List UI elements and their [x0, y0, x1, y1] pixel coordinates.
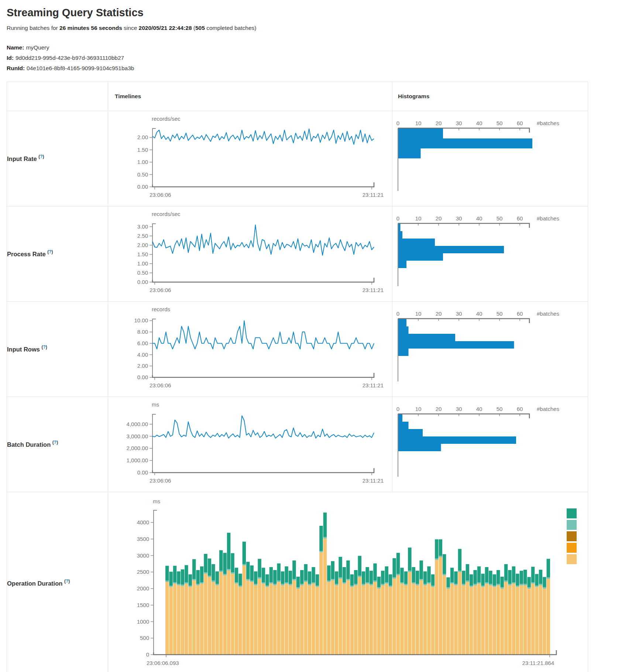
timelines-header: Timelines: [108, 82, 392, 111]
svg-text:50: 50: [497, 406, 503, 412]
input-rows-label-cell: Input Rows (?): [7, 301, 108, 397]
svg-text:30: 30: [456, 311, 462, 317]
legend-swatch: [567, 554, 577, 564]
svg-text:10: 10: [415, 215, 422, 222]
running-duration: 26 minutes 56 seconds: [59, 25, 122, 31]
table-header-row: Timelines Histograms: [7, 82, 588, 111]
svg-text:0.00: 0.00: [137, 469, 148, 476]
svg-text:500: 500: [140, 635, 149, 641]
operation-duration-row: Operation Duration (?) ms050010001500200…: [7, 492, 588, 672]
query-name-row: Name:myQuery: [7, 42, 618, 53]
input-rate-histogram-chart[interactable]: 0102030405060#batches: [392, 111, 588, 206]
svg-text:2.50: 2.50: [137, 233, 148, 239]
svg-text:10.00: 10.00: [134, 317, 148, 323]
svg-text:8.00: 8.00: [137, 329, 148, 335]
query-runid-row: RunId:04e101e6-8bf8-4165-9099-9104c951ba…: [7, 63, 618, 73]
legend-swatch: [567, 520, 577, 530]
svg-text:ms: ms: [153, 498, 160, 504]
operation-duration-label-cell: Operation Duration (?): [7, 492, 108, 672]
svg-text:20: 20: [436, 120, 442, 126]
histograms-header: Histograms: [392, 82, 588, 111]
operation-duration-help-icon[interactable]: (?): [64, 579, 70, 584]
batch-duration-label: Batch Duration: [7, 441, 51, 448]
svg-text:0: 0: [396, 120, 399, 126]
input-rate-label: Input Rate: [7, 155, 37, 162]
batch-duration-histogram-chart[interactable]: 0102030405060#batches: [392, 397, 588, 492]
legend-swatch: [567, 543, 577, 553]
svg-text:23:11:21: 23:11:21: [363, 477, 384, 484]
input-rows-row: Input Rows (?) records0.002.004.006.008.…: [7, 301, 588, 397]
start-timestamp: 2020/05/21 22:44:28: [139, 25, 192, 31]
statistics-table: Timelines Histograms Input Rate (?) reco…: [7, 82, 588, 672]
svg-text:40: 40: [476, 311, 483, 317]
svg-text:40: 40: [476, 120, 483, 126]
svg-text:0.50: 0.50: [137, 270, 148, 276]
svg-text:4000: 4000: [137, 519, 149, 525]
input-rows-help-icon[interactable]: (?): [42, 344, 47, 350]
svg-text:2.00: 2.00: [137, 134, 148, 140]
svg-text:1500: 1500: [137, 601, 149, 608]
summary-suffix: completed batches): [205, 25, 257, 31]
svg-text:23:06:06: 23:06:06: [150, 287, 171, 293]
svg-text:23:11:21: 23:11:21: [363, 192, 384, 198]
input-rate-timeline-chart[interactable]: records/sec0.000.501.001.502.0023:06:062…: [108, 111, 392, 206]
svg-text:0.00: 0.00: [137, 374, 148, 380]
query-name: myQuery: [26, 44, 49, 51]
batch-duration-help-icon[interactable]: (?): [52, 440, 58, 445]
svg-text:records: records: [152, 306, 170, 312]
svg-text:3,000.00: 3,000.00: [127, 433, 148, 439]
empty-header-cell: [7, 82, 108, 111]
process-rate-timeline-chart[interactable]: records/sec0.000.501.001.502.002.503.002…: [108, 206, 392, 301]
svg-text:0.00: 0.00: [137, 184, 148, 190]
svg-text:50: 50: [497, 311, 503, 317]
runid-label: RunId:: [7, 65, 25, 71]
svg-text:2.00: 2.00: [137, 242, 148, 248]
process-rate-label: Process Rate: [7, 251, 46, 257]
summary-mid: since: [122, 25, 139, 31]
svg-text:3.00: 3.00: [137, 223, 148, 230]
batch-duration-timeline-chart[interactable]: ms0.001,000.002,000.003,000.004,000.0023…: [108, 397, 392, 492]
svg-text:23:11:21.864: 23:11:21.864: [522, 660, 554, 666]
streaming-query-statistics-page: Streaming Query Statistics Running batch…: [0, 0, 625, 672]
svg-text:10: 10: [415, 311, 422, 317]
svg-text:23:06:06: 23:06:06: [150, 382, 171, 388]
legend-swatch: [567, 508, 577, 518]
batch-duration-row: Batch Duration (?) ms0.001,000.002,000.0…: [7, 397, 588, 492]
svg-text:2000: 2000: [137, 585, 149, 592]
svg-text:#batches: #batches: [537, 406, 559, 412]
svg-text:10: 10: [415, 120, 422, 126]
svg-text:4,000.00: 4,000.00: [127, 421, 148, 427]
svg-text:23:11:21: 23:11:21: [363, 382, 384, 388]
svg-text:23:06:06: 23:06:06: [150, 477, 171, 484]
svg-text:30: 30: [456, 406, 462, 412]
svg-text:3000: 3000: [137, 552, 149, 558]
input-rate-help-icon[interactable]: (?): [38, 154, 44, 159]
svg-text:records/sec: records/sec: [152, 116, 181, 122]
svg-text:1.00: 1.00: [137, 260, 148, 267]
input-rows-timeline-chart[interactable]: records0.002.004.006.008.0010.0023:06:06…: [108, 302, 392, 397]
svg-text:2500: 2500: [137, 569, 149, 575]
input-rate-label-cell: Input Rate (?): [7, 111, 108, 206]
process-rate-row: Process Rate (?) records/sec0.000.501.00…: [7, 206, 588, 301]
summary-prefix: Running batches for: [7, 25, 59, 31]
svg-text:4.00: 4.00: [137, 351, 148, 357]
svg-text:0: 0: [396, 215, 399, 222]
svg-text:2.00: 2.00: [137, 363, 148, 369]
svg-text:#batches: #batches: [537, 215, 559, 222]
input-rows-histogram-chart[interactable]: 0102030405060#batches: [392, 302, 588, 397]
svg-text:ms: ms: [152, 401, 159, 408]
svg-text:60: 60: [517, 120, 523, 126]
svg-text:1.50: 1.50: [137, 146, 148, 152]
svg-text:1000: 1000: [137, 618, 149, 624]
process-rate-help-icon[interactable]: (?): [47, 249, 53, 254]
svg-text:2,000.00: 2,000.00: [127, 445, 148, 451]
operation-duration-label: Operation Duration: [7, 580, 62, 587]
name-label: Name:: [7, 44, 24, 51]
query-id-row: Id:9d0dd219-995d-423e-b97d-36931110bb27: [7, 53, 618, 63]
operation-duration-stacked-chart[interactable]: ms0500100015002000250030003500400023:06:…: [108, 492, 588, 672]
svg-text:0: 0: [396, 311, 399, 317]
svg-text:#batches: #batches: [537, 120, 559, 126]
process-rate-histogram-chart[interactable]: 0102030405060#batches: [392, 206, 588, 301]
svg-text:40: 40: [476, 215, 483, 222]
svg-text:3500: 3500: [137, 535, 149, 542]
